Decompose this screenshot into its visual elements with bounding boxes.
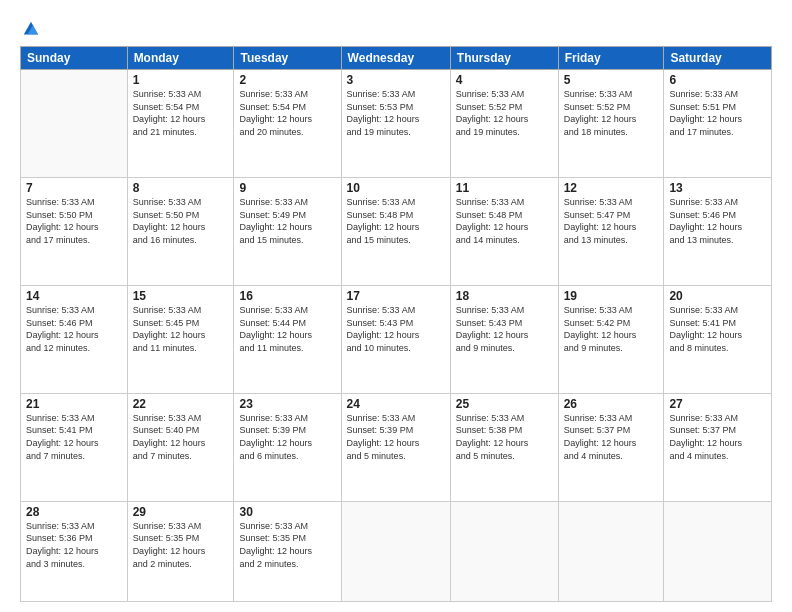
day-info: Sunrise: 5:33 AM Sunset: 5:43 PM Dayligh… <box>456 304 553 354</box>
day-info: Sunrise: 5:33 AM Sunset: 5:51 PM Dayligh… <box>669 88 766 138</box>
weekday-header-sunday: Sunday <box>21 47 128 70</box>
calendar-table: SundayMondayTuesdayWednesdayThursdayFrid… <box>20 46 772 602</box>
page: SundayMondayTuesdayWednesdayThursdayFrid… <box>0 0 792 612</box>
day-number: 3 <box>347 73 445 87</box>
day-number: 9 <box>239 181 335 195</box>
calendar-cell: 13Sunrise: 5:33 AM Sunset: 5:46 PM Dayli… <box>664 177 772 285</box>
day-info: Sunrise: 5:33 AM Sunset: 5:50 PM Dayligh… <box>133 196 229 246</box>
day-number: 24 <box>347 397 445 411</box>
calendar-cell: 10Sunrise: 5:33 AM Sunset: 5:48 PM Dayli… <box>341 177 450 285</box>
day-number: 16 <box>239 289 335 303</box>
calendar-week-1: 7Sunrise: 5:33 AM Sunset: 5:50 PM Daylig… <box>21 177 772 285</box>
day-info: Sunrise: 5:33 AM Sunset: 5:48 PM Dayligh… <box>347 196 445 246</box>
calendar-cell: 24Sunrise: 5:33 AM Sunset: 5:39 PM Dayli… <box>341 393 450 501</box>
calendar-cell: 9Sunrise: 5:33 AM Sunset: 5:49 PM Daylig… <box>234 177 341 285</box>
header <box>20 18 772 38</box>
calendar-cell: 3Sunrise: 5:33 AM Sunset: 5:53 PM Daylig… <box>341 70 450 178</box>
day-info: Sunrise: 5:33 AM Sunset: 5:52 PM Dayligh… <box>564 88 659 138</box>
calendar-cell: 18Sunrise: 5:33 AM Sunset: 5:43 PM Dayli… <box>450 285 558 393</box>
weekday-header-tuesday: Tuesday <box>234 47 341 70</box>
calendar-cell: 14Sunrise: 5:33 AM Sunset: 5:46 PM Dayli… <box>21 285 128 393</box>
calendar-cell <box>664 501 772 601</box>
day-number: 27 <box>669 397 766 411</box>
weekday-header-monday: Monday <box>127 47 234 70</box>
day-number: 19 <box>564 289 659 303</box>
day-number: 7 <box>26 181 122 195</box>
day-info: Sunrise: 5:33 AM Sunset: 5:35 PM Dayligh… <box>239 520 335 570</box>
day-number: 5 <box>564 73 659 87</box>
day-number: 20 <box>669 289 766 303</box>
calendar-cell: 22Sunrise: 5:33 AM Sunset: 5:40 PM Dayli… <box>127 393 234 501</box>
calendar-cell: 17Sunrise: 5:33 AM Sunset: 5:43 PM Dayli… <box>341 285 450 393</box>
weekday-header-saturday: Saturday <box>664 47 772 70</box>
calendar-cell: 20Sunrise: 5:33 AM Sunset: 5:41 PM Dayli… <box>664 285 772 393</box>
day-number: 10 <box>347 181 445 195</box>
day-number: 8 <box>133 181 229 195</box>
day-info: Sunrise: 5:33 AM Sunset: 5:39 PM Dayligh… <box>347 412 445 462</box>
logo-icon <box>22 20 40 38</box>
calendar-cell: 21Sunrise: 5:33 AM Sunset: 5:41 PM Dayli… <box>21 393 128 501</box>
day-info: Sunrise: 5:33 AM Sunset: 5:46 PM Dayligh… <box>669 196 766 246</box>
day-number: 14 <box>26 289 122 303</box>
day-number: 22 <box>133 397 229 411</box>
day-info: Sunrise: 5:33 AM Sunset: 5:41 PM Dayligh… <box>26 412 122 462</box>
day-number: 1 <box>133 73 229 87</box>
calendar-cell: 1Sunrise: 5:33 AM Sunset: 5:54 PM Daylig… <box>127 70 234 178</box>
day-info: Sunrise: 5:33 AM Sunset: 5:41 PM Dayligh… <box>669 304 766 354</box>
day-info: Sunrise: 5:33 AM Sunset: 5:45 PM Dayligh… <box>133 304 229 354</box>
calendar-cell: 28Sunrise: 5:33 AM Sunset: 5:36 PM Dayli… <box>21 501 128 601</box>
calendar-cell <box>21 70 128 178</box>
day-number: 18 <box>456 289 553 303</box>
day-info: Sunrise: 5:33 AM Sunset: 5:39 PM Dayligh… <box>239 412 335 462</box>
calendar-week-0: 1Sunrise: 5:33 AM Sunset: 5:54 PM Daylig… <box>21 70 772 178</box>
day-info: Sunrise: 5:33 AM Sunset: 5:52 PM Dayligh… <box>456 88 553 138</box>
day-number: 25 <box>456 397 553 411</box>
calendar-cell: 27Sunrise: 5:33 AM Sunset: 5:37 PM Dayli… <box>664 393 772 501</box>
day-info: Sunrise: 5:33 AM Sunset: 5:46 PM Dayligh… <box>26 304 122 354</box>
day-number: 4 <box>456 73 553 87</box>
calendar-cell <box>558 501 664 601</box>
day-info: Sunrise: 5:33 AM Sunset: 5:38 PM Dayligh… <box>456 412 553 462</box>
calendar-cell: 2Sunrise: 5:33 AM Sunset: 5:54 PM Daylig… <box>234 70 341 178</box>
weekday-header-wednesday: Wednesday <box>341 47 450 70</box>
day-info: Sunrise: 5:33 AM Sunset: 5:43 PM Dayligh… <box>347 304 445 354</box>
day-info: Sunrise: 5:33 AM Sunset: 5:48 PM Dayligh… <box>456 196 553 246</box>
logo <box>20 18 40 38</box>
calendar-cell <box>450 501 558 601</box>
calendar-cell: 5Sunrise: 5:33 AM Sunset: 5:52 PM Daylig… <box>558 70 664 178</box>
calendar-cell: 23Sunrise: 5:33 AM Sunset: 5:39 PM Dayli… <box>234 393 341 501</box>
weekday-header-thursday: Thursday <box>450 47 558 70</box>
day-number: 13 <box>669 181 766 195</box>
day-number: 26 <box>564 397 659 411</box>
day-number: 30 <box>239 505 335 519</box>
day-number: 15 <box>133 289 229 303</box>
day-number: 12 <box>564 181 659 195</box>
calendar-cell: 30Sunrise: 5:33 AM Sunset: 5:35 PM Dayli… <box>234 501 341 601</box>
day-number: 23 <box>239 397 335 411</box>
day-info: Sunrise: 5:33 AM Sunset: 5:35 PM Dayligh… <box>133 520 229 570</box>
day-info: Sunrise: 5:33 AM Sunset: 5:50 PM Dayligh… <box>26 196 122 246</box>
day-info: Sunrise: 5:33 AM Sunset: 5:42 PM Dayligh… <box>564 304 659 354</box>
calendar-cell: 25Sunrise: 5:33 AM Sunset: 5:38 PM Dayli… <box>450 393 558 501</box>
day-number: 29 <box>133 505 229 519</box>
calendar-cell: 4Sunrise: 5:33 AM Sunset: 5:52 PM Daylig… <box>450 70 558 178</box>
calendar-cell: 7Sunrise: 5:33 AM Sunset: 5:50 PM Daylig… <box>21 177 128 285</box>
day-number: 6 <box>669 73 766 87</box>
calendar-header-row: SundayMondayTuesdayWednesdayThursdayFrid… <box>21 47 772 70</box>
day-info: Sunrise: 5:33 AM Sunset: 5:54 PM Dayligh… <box>133 88 229 138</box>
day-info: Sunrise: 5:33 AM Sunset: 5:36 PM Dayligh… <box>26 520 122 570</box>
weekday-header-friday: Friday <box>558 47 664 70</box>
day-number: 17 <box>347 289 445 303</box>
day-info: Sunrise: 5:33 AM Sunset: 5:53 PM Dayligh… <box>347 88 445 138</box>
calendar-cell: 8Sunrise: 5:33 AM Sunset: 5:50 PM Daylig… <box>127 177 234 285</box>
day-number: 11 <box>456 181 553 195</box>
day-number: 2 <box>239 73 335 87</box>
calendar-week-2: 14Sunrise: 5:33 AM Sunset: 5:46 PM Dayli… <box>21 285 772 393</box>
calendar-cell: 16Sunrise: 5:33 AM Sunset: 5:44 PM Dayli… <box>234 285 341 393</box>
calendar-cell: 26Sunrise: 5:33 AM Sunset: 5:37 PM Dayli… <box>558 393 664 501</box>
calendar-cell: 6Sunrise: 5:33 AM Sunset: 5:51 PM Daylig… <box>664 70 772 178</box>
calendar-week-3: 21Sunrise: 5:33 AM Sunset: 5:41 PM Dayli… <box>21 393 772 501</box>
day-info: Sunrise: 5:33 AM Sunset: 5:40 PM Dayligh… <box>133 412 229 462</box>
day-number: 21 <box>26 397 122 411</box>
calendar-cell: 19Sunrise: 5:33 AM Sunset: 5:42 PM Dayli… <box>558 285 664 393</box>
